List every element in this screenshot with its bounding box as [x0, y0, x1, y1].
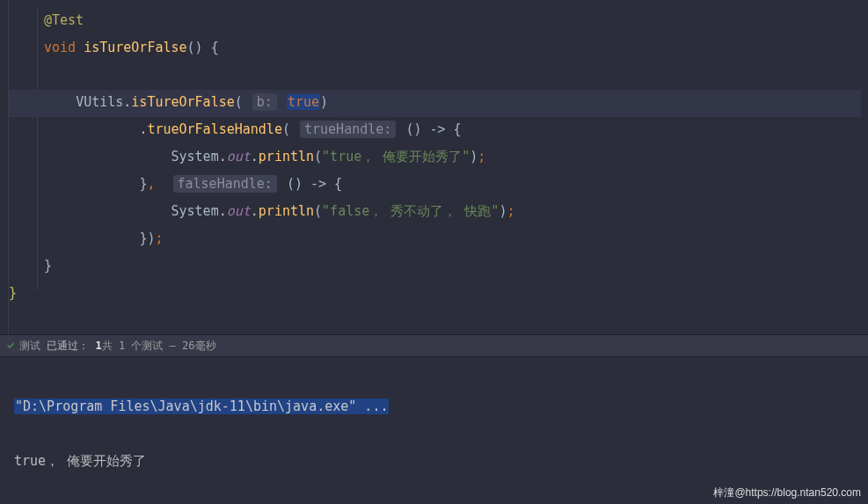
watermark-text: 梓潼@https://blog.ntan520.com [713, 486, 861, 500]
literal-true: true [287, 94, 320, 110]
code-line[interactable]: System.out.println("true， 俺要开始秀了"); [9, 143, 868, 171]
code-line[interactable]: }, falseHandle: () -> { [9, 171, 868, 198]
code-line[interactable]: @Test [9, 7, 868, 34]
code-line[interactable]: } [9, 280, 868, 307]
code-line[interactable]: .trueOrFalseHandle( trueHandle: () -> { [9, 116, 868, 143]
output-msg: 俺要开始秀了 [67, 453, 146, 469]
method-println: println [259, 203, 314, 219]
keyword-void: void [44, 40, 76, 55]
code-lines: @Test void isTureOrFalse() { VUtils.isTu… [9, 7, 868, 307]
code-line[interactable]: void isTureOrFalse() { [9, 34, 868, 62]
class-system: System [171, 149, 219, 164]
console-line: "D:\Program Files\Java\jdk-11\bin\java.e… [14, 393, 854, 420]
command-line: "D:\Program Files\Java\jdk-11\bin\java.e… [14, 398, 389, 414]
code-line[interactable]: VUtils.isTureOrFalse( b: true) [9, 89, 868, 116]
field-out: out [227, 203, 251, 219]
check-icon [5, 340, 16, 351]
method-name: isTureOrFalse [84, 40, 186, 55]
class-system: System [171, 203, 219, 219]
gutter [0, 0, 9, 334]
code-line[interactable]: }); [9, 225, 868, 252]
param-hint: b: [252, 93, 277, 111]
output-true: true [14, 453, 46, 469]
code-line[interactable] [9, 62, 868, 89]
method-println: println [259, 149, 314, 164]
code-line[interactable]: System.out.println("false， 秀不动了， 快跑"); [9, 198, 868, 225]
annotation: @Test [44, 12, 84, 28]
class-ref: VUtils [76, 94, 123, 110]
code-line[interactable]: } [9, 252, 868, 280]
test-status-bar[interactable]: 测试 已通过： 1共 1 个测试 – 26毫秒 [0, 334, 868, 357]
code-editor[interactable]: @Test void isTureOrFalse() { VUtils.isTu… [0, 0, 868, 334]
field-out: out [227, 149, 251, 164]
string-literal: "true， 俺要开始秀了" [322, 149, 470, 164]
test-label: 测试 已通过： 1共 1 个测试 – 26毫秒 [19, 334, 216, 357]
param-hint: trueHandle: [300, 121, 396, 138]
console-line: true， 俺要开始秀了 [14, 448, 854, 475]
string-literal: "false， 秀不动了， 快跑" [322, 203, 499, 219]
method-call: trueOrFalseHandle [147, 121, 282, 137]
param-hint: falseHandle: [173, 175, 277, 193]
method-call: isTureOrFalse [131, 94, 234, 110]
console-output[interactable]: "D:\Program Files\Java\jdk-11\bin\java.e… [0, 357, 868, 504]
